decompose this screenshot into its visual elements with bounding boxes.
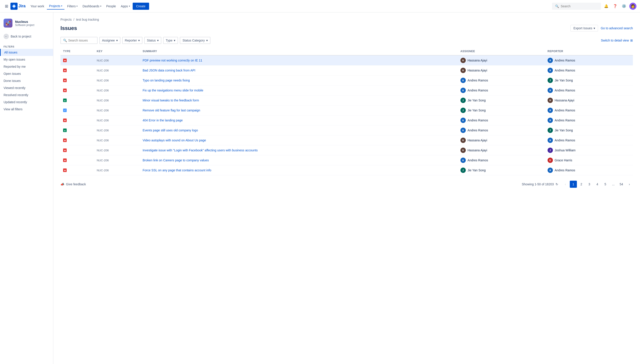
reporter-cell: AAndres Ramos xyxy=(548,168,630,173)
issue-summary[interactable]: Broken link on Careers page to company v… xyxy=(143,158,209,162)
reporter-name: Andres Ramos xyxy=(555,168,575,172)
issue-summary[interactable]: Bad JSON data coming back from API xyxy=(143,68,195,72)
sidebar-item-all-issues[interactable]: All issues xyxy=(0,49,53,56)
assignee-cell: AAndres Ramos xyxy=(461,158,542,163)
back-to-project[interactable]: ← Back to project xyxy=(0,32,53,41)
status-category-filter[interactable]: Status Category ▾ xyxy=(180,37,210,44)
table-row[interactable]: ■NUC-206Broken link on Careers page to c… xyxy=(60,155,633,165)
sidebar-item-done-issues[interactable]: Done issues xyxy=(0,77,53,84)
type-chevron-icon: ▾ xyxy=(174,38,175,42)
issue-key[interactable]: NUC-206 xyxy=(97,89,109,92)
issue-key[interactable]: NUC-206 xyxy=(97,139,109,142)
type-filter[interactable]: Type ▾ xyxy=(163,37,178,44)
reporter-name: Grace Harris xyxy=(555,158,572,162)
advanced-search-link[interactable]: Go to advanced search xyxy=(601,26,633,30)
assignee-avatar: J xyxy=(461,98,466,103)
issue-key[interactable]: NUC-206 xyxy=(97,109,109,112)
reporter-name: Andres Ramos xyxy=(555,58,575,62)
issue-summary[interactable]: 404 Error in the landing page xyxy=(143,118,183,122)
assignee-avatar: A xyxy=(461,128,466,133)
assignee-cell: HHassana Ajayi xyxy=(461,138,542,143)
issue-summary[interactable]: Events page still uses old company logo xyxy=(143,128,198,132)
sidebar-item-reported-by-me[interactable]: Reported by me xyxy=(0,63,53,70)
table-row[interactable]: ■NUC-206Investigate issue with "Login wi… xyxy=(60,146,633,155)
issue-key[interactable]: NUC-206 xyxy=(97,159,109,162)
issues-search-filter[interactable]: 🔍 xyxy=(60,37,98,44)
nav-dashboards[interactable]: Dashboards ▾ xyxy=(80,3,104,9)
issue-key[interactable]: NUC-206 xyxy=(97,59,109,62)
table-row[interactable]: ■NUC-206Force SSL on any page that conta… xyxy=(60,165,633,175)
assignee-avatar: H xyxy=(461,148,466,153)
sidebar-item-view-all-filters[interactable]: View all filters xyxy=(0,106,53,113)
issue-summary[interactable]: Force SSL on any page that contains acco… xyxy=(143,168,211,172)
table-row[interactable]: ■NUC-206Fix up the navigations menu slid… xyxy=(60,86,633,96)
global-search[interactable]: 🔍 xyxy=(552,3,601,10)
assignee-avatar: H xyxy=(461,138,466,143)
issue-summary[interactable]: Investigate issue with "Login with Faceb… xyxy=(143,148,258,152)
status-filter[interactable]: Status ▾ xyxy=(144,37,161,44)
reporter-avatar: A xyxy=(548,118,553,123)
detail-view-icon: ⊞ xyxy=(630,38,633,42)
assignee-name: Andres Ramos xyxy=(468,158,488,162)
user-avatar[interactable]: 👩 xyxy=(629,3,636,10)
pagination-page-4[interactable]: 4 xyxy=(594,181,601,188)
nav-your-work[interactable]: Your work xyxy=(28,3,47,9)
notifications-button[interactable]: 🔔 xyxy=(603,3,610,10)
issue-type-icon: ■ xyxy=(63,88,67,92)
table-row[interactable]: ▲NUC-206Minor visual tweaks to the feedb… xyxy=(60,96,633,106)
issue-key[interactable]: NUC-206 xyxy=(97,149,109,152)
issue-summary[interactable]: Remove old feature flag for last campaig… xyxy=(143,108,200,112)
export-button[interactable]: Export Issues ▾ xyxy=(570,25,598,32)
assignee-avatar: H xyxy=(461,68,466,73)
table-row[interactable]: ▲NUC-206Events page still uses old compa… xyxy=(60,126,633,136)
sidebar-item-open-issues[interactable]: Open issues xyxy=(0,70,53,77)
create-button[interactable]: Create xyxy=(133,3,149,10)
nav-projects[interactable]: Projects ▾ xyxy=(47,3,65,10)
issues-search-input[interactable] xyxy=(68,38,95,42)
issue-summary[interactable]: Typo on landing page needs fixing xyxy=(143,78,190,82)
dashboards-chevron-icon: ▾ xyxy=(100,5,101,7)
issue-key[interactable]: NUC-206 xyxy=(97,79,109,82)
table-row[interactable]: ■NUC-206404 Error in the landing pageAAn… xyxy=(60,116,633,126)
settings-button[interactable]: ⚙️ xyxy=(620,3,627,10)
help-button[interactable]: ❓ xyxy=(611,3,619,10)
table-row[interactable]: ✓NUC-206Remove old feature flag for last… xyxy=(60,106,633,116)
sidebar-item-viewed-recently[interactable]: Viewed recently xyxy=(0,84,53,92)
pagination-page-1[interactable]: 1 xyxy=(570,181,577,188)
search-input[interactable] xyxy=(561,4,598,8)
pagination-page-2[interactable]: 2 xyxy=(578,181,585,188)
issue-key[interactable]: NUC-206 xyxy=(97,169,109,172)
table-row[interactable]: ■NUC-206Bad JSON data coming back from A… xyxy=(60,66,633,76)
issue-key[interactable]: NUC-206 xyxy=(97,99,109,102)
refresh-icon[interactable]: ↻ xyxy=(556,182,558,186)
app-switcher[interactable]: ⊞ xyxy=(4,2,10,10)
issue-summary[interactable]: Minor visual tweaks to the feedback form xyxy=(143,98,199,102)
breadcrumb-projects[interactable]: Projects xyxy=(60,18,72,21)
detail-view-button[interactable]: Switch to detail view ⊞ xyxy=(601,38,633,42)
sidebar-item-resolved-recently[interactable]: Resolved recently xyxy=(0,92,53,98)
sidebar-item-updated-recently[interactable]: Updated recently xyxy=(0,98,53,106)
nav-filters[interactable]: Filters ▾ xyxy=(65,3,80,9)
nav-apps[interactable]: Apps ▾ xyxy=(119,3,132,9)
pagination-next[interactable]: › xyxy=(626,181,633,188)
reporter-cell: AAndres Ramos xyxy=(548,138,630,143)
jira-logo[interactable]: Jira xyxy=(11,3,26,10)
issue-key[interactable]: NUC-206 xyxy=(97,119,109,122)
table-row[interactable]: ■NUC-206PDF preview not working correctl… xyxy=(60,55,633,66)
issue-key[interactable]: NUC-206 xyxy=(97,129,109,132)
feedback-button[interactable]: 📣 Give feedback xyxy=(60,182,86,186)
issue-key[interactable]: NUC-206 xyxy=(97,69,109,72)
pagination-page-54[interactable]: 54 xyxy=(618,181,625,188)
table-row[interactable]: ■NUC-206Video autoplays with sound on Ab… xyxy=(60,136,633,146)
assignee-filter[interactable]: Assignee ▾ xyxy=(99,37,120,44)
reporter-avatar: H xyxy=(548,98,553,103)
issue-summary[interactable]: PDF preview not working correctly on IE … xyxy=(143,58,202,62)
reporter-filter[interactable]: Reporter ▾ xyxy=(122,37,142,44)
pagination-page-3[interactable]: 3 xyxy=(586,181,593,188)
pagination-page-5[interactable]: 5 xyxy=(602,181,609,188)
issue-summary[interactable]: Video autoplays with sound on About Us p… xyxy=(143,138,206,142)
table-row[interactable]: ■NUC-206Typo on landing page needs fixin… xyxy=(60,76,633,86)
sidebar-item-my-open-issues[interactable]: My open issues xyxy=(0,56,53,63)
issue-summary[interactable]: Fix up the navigations menu slide for mo… xyxy=(143,88,203,92)
nav-people[interactable]: People xyxy=(104,3,118,9)
